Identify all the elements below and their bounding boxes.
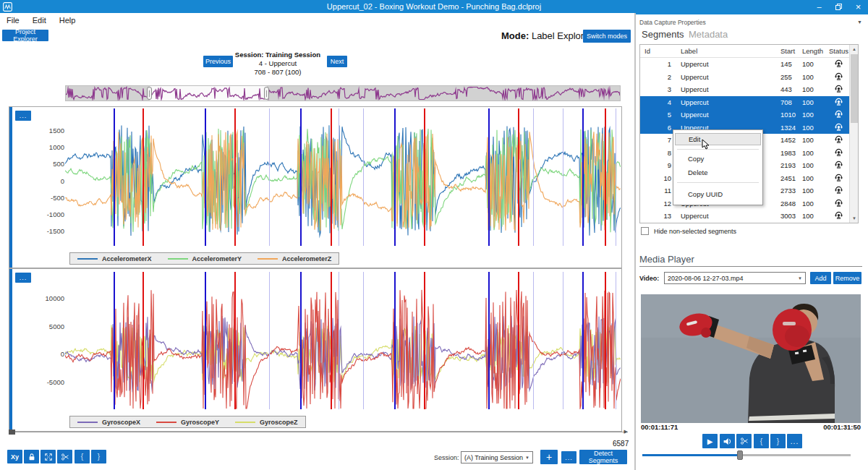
minimize-button[interactable]: – (809, 0, 829, 13)
open-bracket-button[interactable]: { (75, 450, 90, 463)
legend-swatch (77, 422, 98, 423)
segment-end-line[interactable] (234, 108, 236, 246)
add-segment-button[interactable]: + (540, 450, 558, 464)
table-row[interactable]: 4Uppercut 708100 (640, 96, 858, 109)
scissors-icon (61, 453, 69, 461)
play-button[interactable]: ▶ (702, 434, 718, 448)
media-open-bracket-button[interactable]: { (754, 434, 769, 448)
cut-button[interactable] (57, 450, 72, 463)
next-segment-button[interactable]: Next (327, 56, 347, 67)
y-axis-tick: -5000 (14, 378, 64, 386)
axes-toggle-button[interactable]: Xy (7, 450, 22, 463)
segment-range: 708 - 807 (100) (220, 68, 336, 77)
segment-end-line[interactable] (424, 108, 425, 246)
segment-start-line[interactable] (300, 108, 302, 246)
segment-start-line[interactable] (205, 108, 206, 246)
segment-start-line[interactable] (582, 272, 584, 409)
segment-end-line[interactable] (605, 272, 606, 409)
segment-start-line[interactable] (582, 108, 584, 246)
menu-file[interactable]: File (0, 16, 26, 25)
media-cut-button[interactable] (736, 434, 752, 448)
segment-start-line[interactable] (394, 272, 396, 409)
y-axis-tick: -500 (14, 194, 64, 202)
segment-end-line[interactable] (331, 272, 332, 409)
segment-end-line[interactable] (331, 108, 332, 246)
media-seek-slider[interactable] (642, 454, 851, 456)
project-explorer-button[interactable]: Project Explorer (2, 30, 48, 41)
segment-options-button[interactable]: ... (561, 451, 576, 463)
manual-label-status-icon (834, 72, 843, 81)
segment-start-line[interactable] (488, 272, 490, 409)
segment-end-line[interactable] (518, 108, 519, 246)
session-select-value: (A) Training Session (464, 454, 523, 461)
scroll-right-icon[interactable]: ▶ (624, 429, 628, 435)
hide-nonselected-checkbox[interactable] (641, 227, 649, 235)
segment-start-line[interactable] (205, 272, 206, 409)
close-button[interactable]: × (848, 0, 868, 13)
volume-button[interactable] (720, 434, 735, 448)
table-row[interactable]: 3Uppercut 443100 (640, 83, 858, 96)
tab-metadata[interactable]: Metadata (689, 29, 728, 40)
menu-help[interactable]: Help (53, 16, 82, 25)
zoom-fit-button[interactable] (41, 450, 56, 463)
segment-start-line[interactable] (488, 108, 490, 246)
segment-start-line[interactable] (300, 272, 302, 409)
overview-left-handle[interactable] (147, 87, 152, 100)
lock-button[interactable] (24, 450, 39, 463)
context-menu-copy[interactable]: Copy (675, 153, 761, 165)
slider-thumb[interactable] (737, 450, 743, 460)
segment-start-line[interactable] (394, 108, 396, 246)
segment-start-line[interactable] (114, 272, 115, 409)
segment-end-line[interactable] (142, 108, 144, 246)
scroll-down-icon[interactable]: ▼ (850, 214, 859, 223)
restore-button[interactable] (829, 0, 848, 13)
segment-end-line[interactable] (518, 272, 519, 409)
scroll-up-icon[interactable]: ▲ (850, 45, 859, 54)
col-id[interactable]: Id (640, 47, 675, 55)
table-row[interactable]: 1Uppercut 145100 (640, 58, 858, 71)
video-select[interactable]: 2020-08-06 12-27-03.mp4 ▼ (664, 272, 806, 284)
session-select[interactable]: (A) Training Session ▼ (461, 451, 533, 463)
legend-item: GyroscopeX (77, 419, 140, 426)
col-length[interactable]: Length (802, 47, 828, 55)
table-scroll-thumb[interactable] (851, 54, 858, 123)
session-select-label: Session: (434, 454, 459, 461)
context-menu-edit[interactable]: Edit (675, 133, 761, 145)
add-video-button[interactable]: Add (810, 272, 831, 284)
media-options-button[interactable]: ... (787, 434, 802, 448)
chart-horizontal-scrollbar[interactable]: ▶ (9, 430, 628, 435)
legend-swatch (258, 258, 278, 260)
overview-right-handle[interactable] (264, 87, 269, 100)
context-menu-copy-uuid[interactable]: Copy UUID (675, 188, 761, 200)
media-close-bracket-button[interactable]: } (770, 434, 786, 448)
menu-edit[interactable]: Edit (26, 16, 53, 25)
segment-end-line[interactable] (234, 272, 236, 409)
video-select-label: Video: (639, 275, 659, 282)
table-row[interactable]: 13Uppercut 3003100 (640, 210, 858, 223)
segment-end-line[interactable] (605, 108, 606, 246)
col-status[interactable]: Status (828, 47, 849, 55)
tab-segments[interactable]: Segments (642, 29, 684, 40)
video-frame[interactable] (641, 294, 861, 423)
detect-segments-button[interactable]: Detect Segments (579, 450, 627, 464)
close-bracket-button[interactable]: } (91, 450, 106, 463)
switch-modes-button[interactable]: Switch modes (583, 30, 631, 43)
table-row[interactable]: 2Uppercut 255100 (640, 71, 858, 84)
panel-collapse-icon[interactable]: ▼ (857, 20, 862, 25)
y-axis-tick: 0 (14, 350, 64, 358)
segment-end-line[interactable] (424, 272, 425, 409)
col-start[interactable]: Start (780, 47, 802, 55)
table-row[interactable]: 5Uppercut 1010100 (640, 108, 858, 121)
table-header: Id Label Start Length Status (640, 45, 858, 58)
context-menu-delete[interactable]: Delete (675, 166, 761, 179)
gyro-chart-menu-button[interactable]: ... (15, 273, 31, 283)
remove-video-button[interactable]: Remove (833, 272, 861, 284)
scrollbar-thumb[interactable] (9, 430, 15, 435)
col-label[interactable]: Label (675, 47, 780, 55)
hide-nonselected-label: Hide non-selected segments (654, 228, 736, 235)
segment-end-line[interactable] (142, 272, 144, 409)
segment-start-line[interactable] (114, 108, 115, 246)
table-scrollbar[interactable]: ▲ ▼ (849, 45, 858, 223)
signal-overview-strip[interactable] (65, 85, 621, 101)
accel-chart-menu-button[interactable]: ... (15, 111, 31, 121)
